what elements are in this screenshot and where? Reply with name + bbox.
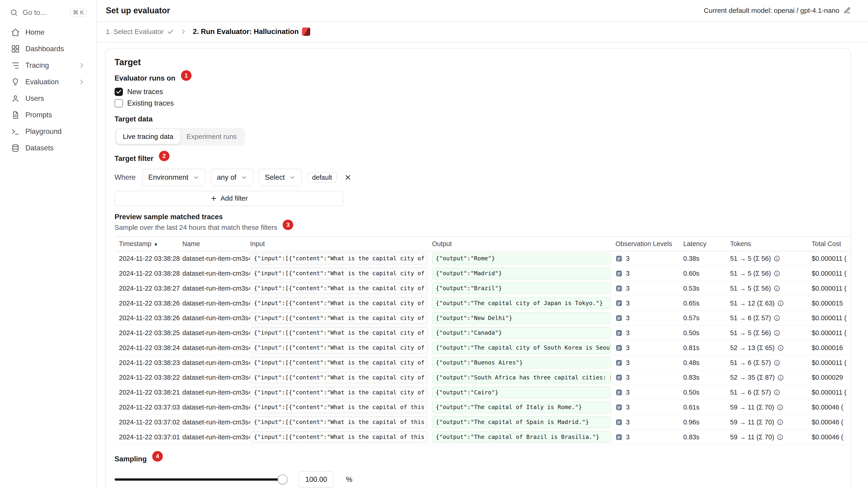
sidebar-item-datasets[interactable]: Datasets: [7, 140, 90, 156]
info-icon[interactable]: [774, 330, 780, 336]
sidebar-item-label: Dashboards: [25, 45, 64, 53]
annotation-badge-2: 2: [159, 151, 169, 161]
info-icon[interactable]: [777, 404, 783, 411]
evaluation-icon: [11, 77, 20, 86]
cell-tokens: 51 → 5 (Σ 56): [730, 281, 812, 296]
output-preview: {"output":"New Delhi"}: [432, 313, 611, 324]
cell-input: {"input":[{"content":"What is the capita…: [250, 385, 432, 400]
column-header-timestamp[interactable]: Timestamp▼: [115, 237, 182, 251]
column-header-name: Name: [182, 237, 250, 251]
cell-timestamp: 2024-11-22 03:38:26: [115, 296, 182, 311]
table-row[interactable]: 2024-11-22 03:38:26 dataset-run-item-cm3…: [115, 296, 850, 311]
checkbox-box[interactable]: [115, 88, 123, 96]
output-preview: {"output":"The capital of Italy is Rome.…: [432, 401, 611, 413]
cell-tokens: 52 → 13 (Σ 65): [730, 340, 812, 355]
checkbox-existing-traces[interactable]: Existing traces: [115, 98, 842, 109]
checkbox-new-traces[interactable]: New traces: [115, 86, 842, 98]
info-icon[interactable]: [774, 285, 780, 292]
info-icon[interactable]: [777, 300, 784, 307]
info-icon[interactable]: [774, 255, 780, 262]
cell-total-cost: $0.000011 (: [812, 251, 850, 266]
cell-timestamp: 2024-11-22 03:38:26: [115, 311, 182, 325]
observation-levels-icon: [615, 285, 622, 292]
segment-experiment-runs[interactable]: Experiment runs: [180, 129, 243, 144]
sidebar-item-tracing[interactable]: Tracing: [7, 57, 90, 74]
cell-observation-levels: 3: [615, 370, 683, 385]
target-card: Target Evaluator runs on 1 New traces: [105, 48, 851, 488]
table-row[interactable]: 2024-11-22 03:38:28 dataset-run-item-cm3…: [115, 266, 850, 281]
info-icon[interactable]: [777, 434, 783, 441]
table-row[interactable]: 2024-11-22 03:38:24 dataset-run-item-cm3…: [115, 340, 850, 355]
target-filter-label: Target filter: [115, 155, 153, 163]
sidebar-item-prompts[interactable]: Prompts: [7, 107, 90, 123]
cell-output: {"output":"Madrid"}: [432, 266, 615, 281]
step-select-evaluator[interactable]: 1. Select Evaluator: [106, 28, 174, 36]
cell-latency: 0.61s: [683, 400, 730, 415]
filter-column-select[interactable]: Environment: [142, 169, 205, 186]
chevron-down-icon: [193, 174, 199, 181]
search-icon: [10, 8, 18, 17]
traces-table-wrap: Timestamp▼NameInputOutputObservation Lev…: [115, 236, 850, 445]
table-row[interactable]: 2024-11-22 03:38:22 dataset-run-item-cm3…: [115, 370, 850, 385]
sidebar-item-dashboards[interactable]: Dashboards: [7, 41, 90, 57]
info-icon[interactable]: [774, 315, 780, 321]
observation-levels-icon: [615, 389, 622, 396]
segment-live-tracing-data[interactable]: Live tracing data: [116, 129, 180, 144]
table-row[interactable]: 2024-11-22 03:37:02 dataset-run-item-cm3…: [115, 415, 850, 430]
checkbox-box[interactable]: [115, 99, 123, 107]
cell-tokens: 51 → 12 (Σ 63): [730, 296, 812, 311]
sidebar-item-users[interactable]: Users: [7, 90, 90, 107]
cell-output: {"output":"South Africa has three capita…: [432, 370, 615, 385]
table-row[interactable]: 2024-11-22 03:37:03 dataset-run-item-cm3…: [115, 400, 850, 415]
slider-knob[interactable]: [278, 475, 287, 484]
table-row[interactable]: 2024-11-22 03:38:28 dataset-run-item-cm3…: [115, 251, 850, 266]
cell-total-cost: $0.000016: [812, 340, 850, 355]
edit-model-icon[interactable]: [844, 7, 851, 14]
sampling-percentage-input[interactable]: [299, 471, 334, 488]
info-icon[interactable]: [777, 345, 784, 351]
output-preview: {"output":"Madrid"}: [432, 268, 611, 279]
info-icon[interactable]: [777, 375, 784, 381]
filter-row: Where Environment any of Select default: [115, 169, 842, 186]
sidebar-item-label: Tracing: [25, 61, 49, 70]
slider-track[interactable]: [115, 478, 286, 481]
cell-name: dataset-run-item-cm3s4: [182, 355, 250, 370]
sidebar-item-home[interactable]: Home: [7, 24, 90, 41]
table-row[interactable]: 2024-11-22 03:38:26 dataset-run-item-cm3…: [115, 311, 850, 325]
info-icon[interactable]: [774, 389, 780, 396]
cell-latency: 0.57s: [683, 311, 730, 325]
column-header-latency: Latency: [683, 237, 730, 251]
observation-levels-icon: [615, 329, 622, 336]
sampling-slider[interactable]: [115, 475, 286, 484]
table-row[interactable]: 2024-11-22 03:38:23 dataset-run-item-cm3…: [115, 355, 850, 370]
info-icon[interactable]: [774, 270, 780, 277]
cell-output: {"output":"New Delhi"}: [432, 311, 615, 325]
sidebar-item-label: Datasets: [25, 144, 54, 152]
info-icon[interactable]: [777, 419, 783, 426]
keyboard-shortcut: ⌘ K: [70, 8, 87, 17]
remove-filter-button[interactable]: [342, 172, 353, 183]
filter-operator-select[interactable]: any of: [211, 169, 253, 186]
table-row[interactable]: 2024-11-22 03:38:27 dataset-run-item-cm3…: [115, 281, 850, 296]
default-model-info[interactable]: Current default model: openai / gpt-4.1-…: [704, 7, 851, 14]
home-icon: [11, 28, 20, 37]
filter-value-select[interactable]: Select: [259, 169, 302, 186]
table-row[interactable]: 2024-11-22 03:38:21 dataset-run-item-cm3…: [115, 385, 850, 400]
sidebar-item-evaluation[interactable]: Evaluation: [7, 74, 90, 90]
goto-search[interactable]: Go to... ⌘ K: [7, 5, 90, 20]
chevron-down-icon: [289, 174, 296, 181]
input-preview: {"input":[{"content":"What is the capita…: [250, 431, 428, 443]
table-row[interactable]: 2024-11-22 03:37:01 dataset-run-item-cm3…: [115, 430, 850, 445]
observation-levels-icon: [615, 419, 622, 426]
cell-input: {"input":[{"content":"What is the capita…: [250, 400, 432, 415]
info-icon[interactable]: [774, 359, 780, 366]
table-row[interactable]: 2024-11-22 03:38:25 dataset-run-item-cm3…: [115, 325, 850, 340]
cell-input: {"input":[{"content":"What is the capita…: [250, 355, 432, 370]
cell-name: dataset-run-item-cm3s4: [182, 400, 250, 415]
sidebar-item-playground[interactable]: Playground: [7, 123, 90, 140]
cell-total-cost: $0.00046 (: [812, 400, 850, 415]
add-filter-button[interactable]: Add filter: [115, 191, 343, 206]
cell-tokens: 59 → 11 (Σ 70): [730, 400, 812, 415]
annotation-badge-1: 1: [181, 70, 191, 81]
cell-tokens: 51 → 6 (Σ 57): [730, 355, 812, 370]
